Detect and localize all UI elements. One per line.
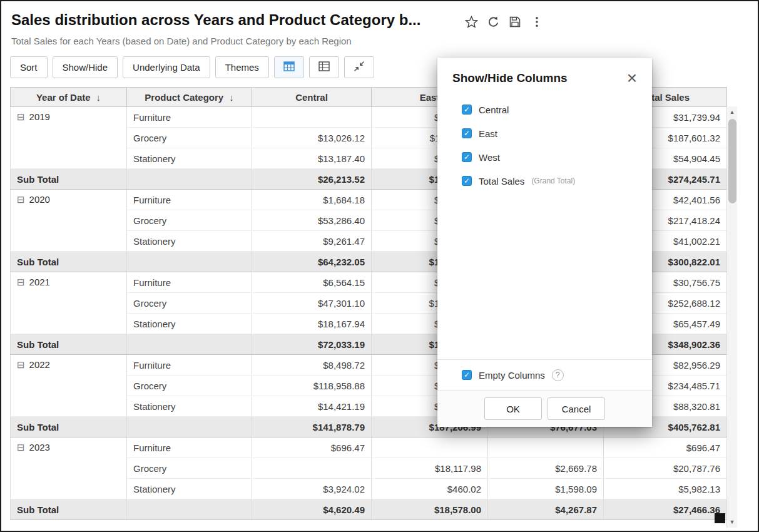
checkbox-checked-icon[interactable]: ✓ (462, 152, 472, 162)
scroll-corner (715, 513, 725, 523)
pivot-grid-icon (283, 60, 295, 74)
category-cell: Grocery (127, 458, 252, 479)
collapse-arrows-icon (353, 60, 365, 74)
subtotal-value-cell: $72,033.19 (252, 334, 372, 355)
subtotal-value-cell: $64,232.05 (252, 252, 372, 272)
year-label: 2019 (29, 111, 50, 122)
year-label: 2020 (29, 194, 50, 205)
subtotal-empty-cell (127, 334, 252, 355)
help-icon[interactable]: ? (552, 369, 564, 381)
subtotal-empty-cell (127, 417, 252, 437)
page-subtitle: Total Sales for each Years (based on Dat… (11, 36, 352, 46)
cancel-button[interactable]: Cancel (548, 397, 605, 420)
ok-button[interactable]: OK (484, 397, 542, 420)
dialog-column-label: Total Sales (479, 176, 524, 187)
close-icon[interactable]: × (627, 71, 637, 85)
dialog-column-item[interactable]: ✓Total Sales(Grand Total) (462, 169, 652, 193)
year-group-cell: ⊟2023 (11, 437, 127, 499)
column-header-year-label: Year of Date (36, 92, 91, 103)
subtotal-value-cell: $4,267.87 (488, 499, 604, 520)
collapse-group-icon[interactable]: ⊟ (17, 359, 25, 370)
empty-columns-label: Empty Columns (479, 370, 545, 381)
checkbox-checked-icon[interactable]: ✓ (462, 105, 472, 115)
collapse-all-icon-button[interactable] (344, 56, 374, 78)
dialog-column-item[interactable]: ✓Central (462, 98, 652, 121)
value-cell (252, 107, 372, 128)
data-row: ⊟2023Furniture$696.47$696.47 (11, 437, 727, 458)
value-cell: $3,924.02 (252, 479, 372, 499)
category-cell: Stationery (127, 231, 252, 252)
value-cell: $6,564.15 (252, 272, 372, 293)
value-cell: $696.47 (604, 437, 727, 458)
year-group-cell: ⊟2022 (11, 355, 127, 417)
collapse-group-icon[interactable]: ⊟ (17, 194, 25, 205)
dialog-spacer (437, 193, 652, 359)
subtotal-value-cell: $26,213.52 (252, 169, 372, 190)
favorite-star-icon[interactable] (464, 15, 478, 29)
page-title: Sales distribution across Years and Prod… (11, 11, 420, 29)
save-icon[interactable] (508, 15, 522, 29)
empty-columns-row[interactable]: ✓ Empty Columns ? (437, 359, 652, 390)
column-header-category[interactable]: Product Category↓ (127, 88, 252, 107)
sort-button[interactable]: Sort (10, 56, 48, 78)
scrollbar-thumb[interactable] (728, 119, 736, 203)
subtotal-empty-cell (127, 499, 252, 520)
dialog-column-item[interactable]: ✓East (462, 121, 652, 145)
subtotal-value-cell: $4,620.49 (252, 499, 372, 520)
checkbox-checked-icon[interactable]: ✓ (462, 370, 472, 380)
dialog-column-label: West (479, 152, 500, 163)
kebab-menu-icon[interactable] (530, 15, 544, 29)
checkbox-checked-icon[interactable]: ✓ (462, 128, 472, 138)
value-cell (488, 437, 604, 458)
subtotal-label: Sub Total (11, 499, 127, 520)
sort-desc-icon[interactable]: ↓ (229, 92, 234, 103)
value-cell: $13,026.12 (252, 128, 372, 148)
category-cell: Furniture (127, 107, 252, 128)
collapse-group-icon[interactable]: ⊟ (17, 111, 25, 122)
value-cell: $460.02 (372, 479, 488, 499)
vertical-scrollbar[interactable]: ▲ ▼ (726, 106, 737, 528)
category-cell: Grocery (127, 376, 252, 396)
toolbar: Sort Show/Hide Underlying Data Themes (10, 56, 374, 78)
subtotal-label: Sub Total (11, 417, 127, 437)
value-cell: $18,167.94 (252, 314, 372, 334)
underlying-data-button[interactable]: Underlying Data (123, 56, 210, 78)
category-cell: Grocery (127, 293, 252, 314)
subtotal-label: Sub Total (11, 252, 127, 272)
collapse-group-icon[interactable]: ⊟ (17, 442, 25, 453)
value-cell: $118,958.88 (252, 376, 372, 396)
value-cell: $696.47 (252, 437, 372, 458)
subtotal-value-cell: $141,878.79 (252, 417, 372, 437)
scroll-up-icon[interactable]: ▲ (727, 106, 737, 118)
themes-button[interactable]: Themes (215, 56, 269, 78)
dialog-column-item[interactable]: ✓West (462, 145, 652, 169)
subtotal-row: Sub Total$4,620.49$18,578.00$4,267.87$27… (11, 499, 727, 520)
value-cell: $2,669.78 (488, 458, 604, 479)
value-cell (252, 458, 372, 479)
column-header-year[interactable]: Year of Date↓ (11, 88, 127, 107)
year-group-cell: ⊟2019 (11, 107, 127, 169)
tabular-view-icon-button[interactable] (309, 56, 339, 78)
scroll-down-icon[interactable]: ▼ (727, 516, 737, 528)
year-group-cell: ⊟2020 (11, 190, 127, 252)
dialog-header: Show/Hide Columns × (437, 58, 652, 93)
value-cell: $5,982.13 (604, 479, 727, 499)
checkbox-checked-icon[interactable]: ✓ (462, 176, 472, 186)
dialog-column-note: (Grand Total) (531, 176, 575, 185)
category-cell: Furniture (127, 437, 252, 458)
pivot-view-icon-button[interactable] (274, 56, 304, 78)
table-icon (318, 60, 330, 74)
subtotal-label: Sub Total (11, 169, 127, 190)
category-cell: Furniture (127, 272, 252, 293)
subtotal-label: Sub Total (11, 334, 127, 355)
year-label: 2021 (29, 277, 50, 287)
collapse-group-icon[interactable]: ⊟ (17, 277, 25, 287)
refresh-icon[interactable] (486, 15, 500, 29)
category-cell: Furniture (127, 355, 252, 376)
column-header-central[interactable]: Central (252, 88, 372, 107)
category-cell: Stationery (127, 479, 252, 499)
category-cell: Stationery (127, 396, 252, 417)
sort-desc-icon[interactable]: ↓ (96, 92, 101, 103)
title-action-icons (464, 15, 544, 29)
show-hide-button[interactable]: Show/Hide (53, 56, 118, 78)
